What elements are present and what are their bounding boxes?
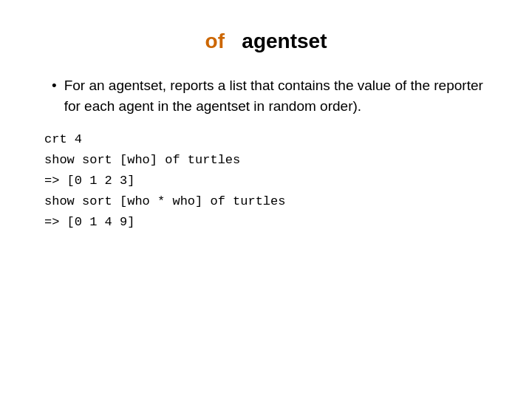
code-line-3: => [0 1 2 3]: [44, 171, 285, 191]
page-title: of agentset: [44, 30, 488, 53]
title-of: of: [205, 30, 225, 52]
bullet-dot: •: [52, 75, 57, 96]
bullet-text: For an agentset, reports a list that con…: [64, 75, 488, 116]
title-agentset: agentset: [242, 30, 327, 52]
code-line-4: show sort [who * who] of turtles: [44, 191, 285, 212]
title-separator: [231, 30, 236, 52]
code-line-1: crt 4: [44, 129, 285, 150]
page: of agentset • For an agentset, reports a…: [0, 0, 532, 399]
code-line-5: => [0 1 4 9]: [44, 212, 285, 233]
code-line-2: show sort [who] of turtles: [44, 150, 285, 171]
bullet-item: • For an agentset, reports a list that c…: [52, 75, 488, 116]
bullet-section: • For an agentset, reports a list that c…: [44, 75, 488, 116]
code-section: crt 4 show sort [who] of turtles => [0 1…: [44, 129, 285, 233]
